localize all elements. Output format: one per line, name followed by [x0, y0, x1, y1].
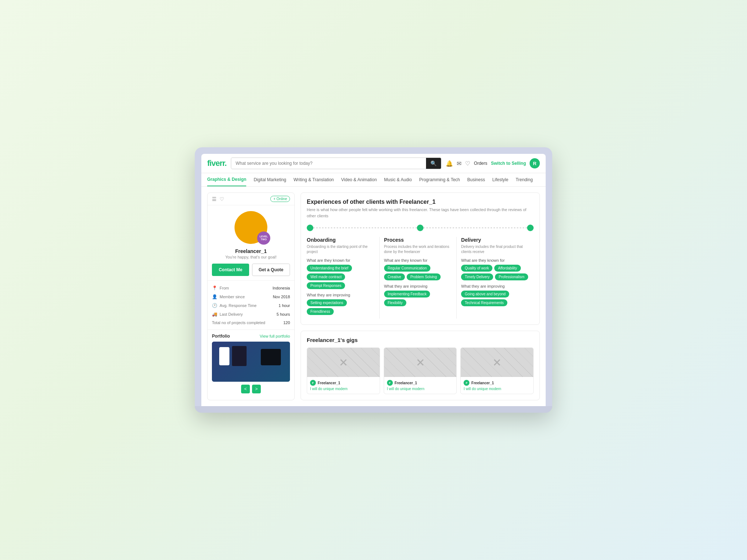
laptop-screen: fiverr. 🔍 🔔 ✉ ♡ Orders Switch to Selling…: [201, 154, 546, 406]
gigs-grid: F Freelancer_1 I will do unique modern: [307, 347, 534, 394]
gig-image-1: [307, 348, 380, 377]
experience-columns: Onboarding Onboarding is the starting po…: [307, 237, 534, 319]
gig-card-3[interactable]: F Freelancer_1 I will do unique modern: [460, 347, 534, 394]
experiences-title: Experiences of other clients with Freela…: [307, 199, 534, 205]
profile-action-icons: ☰ ♡: [212, 196, 224, 202]
portfolio-nav: < >: [212, 382, 290, 396]
gig-card-2[interactable]: F Freelancer_1 I will do unique modern: [384, 347, 457, 394]
nav-item-programming[interactable]: Programming & Tech: [419, 174, 460, 186]
search-input[interactable]: [231, 158, 426, 168]
portfolio-mockup: [212, 342, 290, 382]
delivery-improving-tags: Going above and beyond Technical Require…: [461, 291, 529, 306]
exp-col-process: Process Process includes the work and it…: [380, 237, 457, 319]
nav-bar: Graphics & Design Digital Marketing Writ…: [201, 173, 546, 187]
tag-technical-requirements: Technical Requirements: [461, 299, 507, 306]
process-improving-tags: Implementing Feedback Flexibility: [384, 291, 452, 306]
level-badge: LEVEL TWO: [257, 232, 270, 245]
mail-icon[interactable]: ✉: [457, 160, 461, 167]
process-known-label: What are they known for: [384, 258, 452, 262]
nav-item-marketing[interactable]: Digital Marketing: [253, 174, 286, 186]
tag-going-above-beyond: Going above and beyond: [461, 291, 509, 298]
tag-prompt-responses: Prompt Responses: [307, 282, 345, 289]
mockup-phone: [219, 347, 229, 365]
portfolio-prev-button[interactable]: <: [241, 385, 250, 393]
stage-line-1: [313, 228, 417, 228]
tag-flexibility: Flexibility: [384, 299, 406, 306]
online-badge: + Online: [270, 196, 290, 202]
mockup-screen: [232, 346, 247, 366]
tag-quality-of-work: Quality of work: [461, 265, 492, 272]
tag-friendliness: Friendliness: [307, 308, 334, 315]
contact-me-button[interactable]: Contact Me: [212, 264, 249, 276]
exp-col-delivery: Delivery Delivery includes the final pro…: [457, 237, 534, 319]
gig-placeholder-2: [384, 348, 457, 377]
stage-dot-process: [417, 225, 423, 231]
tag-affordability: Affordability: [494, 265, 520, 272]
gig-placeholder-1: [307, 348, 380, 377]
nav-item-business[interactable]: Business: [467, 174, 485, 186]
experiences-section: Experiences of other clients with Freela…: [301, 192, 540, 325]
tag-professionalism: Professionalism: [495, 273, 528, 280]
get-quote-button[interactable]: Get a Quote: [252, 264, 290, 276]
info-row-projects: Total no of projects completed 120: [212, 319, 290, 327]
gigs-title: Freelancer_1's gigs: [307, 337, 534, 343]
gig-desc-1[interactable]: I will do unique modern: [310, 387, 377, 391]
profile-panel: ☰ ♡ + Online LEVEL TWO Freelancer_1 You'…: [207, 192, 295, 400]
search-button[interactable]: 🔍: [426, 158, 441, 169]
portfolio-section: Portfolio View full portfolio < >: [208, 330, 294, 400]
gig-author-name-1: Freelancer_1: [318, 381, 340, 385]
info-row-from: 📍 From Indonesia: [212, 284, 290, 292]
profile-tagline: You're happy, that's our goal!: [208, 255, 294, 264]
gig-author-name-3: Freelancer_1: [471, 381, 494, 385]
exp-col-onboarding: Onboarding Onboarding is the starting po…: [307, 237, 380, 319]
process-desc: Process includes the work and iterations…: [384, 244, 452, 254]
switch-selling-link[interactable]: Switch to Selling: [491, 161, 526, 166]
gig-desc-2[interactable]: I will do unique modern: [387, 387, 454, 391]
right-panel: Experiences of other clients with Freela…: [301, 192, 540, 400]
heart-icon[interactable]: ♡: [465, 160, 470, 167]
bell-icon[interactable]: 🔔: [446, 160, 453, 167]
portfolio-title: Portfolio: [212, 334, 230, 339]
laptop-base: [195, 406, 552, 413]
process-title: Process: [384, 237, 452, 243]
gig-info-1: F Freelancer_1 I will do unique modern: [307, 377, 380, 394]
experiences-description: Here is what how other people felt while…: [307, 207, 534, 219]
tag-creative: Creative: [384, 273, 405, 280]
view-portfolio-link[interactable]: View full portfolio: [260, 334, 290, 338]
nav-item-music[interactable]: Music & Audio: [384, 174, 412, 186]
location-icon: 📍: [212, 285, 217, 291]
nav-item-writing[interactable]: Writing & Translation: [294, 174, 334, 186]
onboarding-desc: Onboarding is the starting point of the …: [307, 244, 375, 254]
delivery-known-label: What are they known for: [461, 258, 529, 262]
tag-regular-communication: Regular Communication: [384, 265, 430, 272]
delivery-improving-label: What they are improving: [461, 284, 529, 288]
nav-item-lifestyle[interactable]: Lifestyle: [492, 174, 508, 186]
delivery-known-tags: Quality of work Affordability Timely Del…: [461, 265, 529, 280]
user-avatar[interactable]: R: [530, 158, 540, 168]
stage-dot-delivery: [527, 225, 534, 231]
onboarding-improving-tags: Setting expectations Friendliness: [307, 299, 375, 315]
stage-line-2: [423, 228, 527, 228]
stages-row: [307, 225, 534, 231]
orders-link[interactable]: Orders: [474, 161, 487, 166]
nav-item-video[interactable]: Video & Animation: [341, 174, 377, 186]
gig-card-1[interactable]: F Freelancer_1 I will do unique modern: [307, 347, 380, 394]
header: fiverr. 🔍 🔔 ✉ ♡ Orders Switch to Selling…: [201, 154, 546, 173]
header-icons: 🔔 ✉ ♡ Orders Switch to Selling R: [446, 158, 540, 168]
portfolio-next-button[interactable]: >: [252, 385, 261, 393]
clock-icon: 🕐: [212, 303, 217, 308]
delivery-icon: 🚚: [212, 312, 217, 317]
gig-avatar-2: F: [387, 380, 393, 386]
onboarding-improving-label: What they are improving: [307, 293, 375, 297]
mockup-chat: [261, 349, 281, 365]
nav-item-trending[interactable]: Trending: [516, 174, 533, 186]
profile-info: 📍 From Indonesia 👤 Member since Nov 2018: [208, 280, 294, 330]
menu-icon[interactable]: ☰: [212, 196, 217, 202]
gig-desc-3[interactable]: I will do unique modern: [464, 387, 530, 391]
profile-name: Freelancer_1: [208, 247, 294, 255]
profile-header: ☰ ♡ + Online: [208, 193, 294, 205]
onboarding-known-tags: Understanding the brief Well made contra…: [307, 265, 375, 289]
favorite-icon[interactable]: ♡: [220, 196, 224, 202]
info-row-delivery: 🚚 Last Delivery 5 hours: [212, 310, 290, 319]
nav-item-graphics[interactable]: Graphics & Design: [207, 173, 246, 186]
